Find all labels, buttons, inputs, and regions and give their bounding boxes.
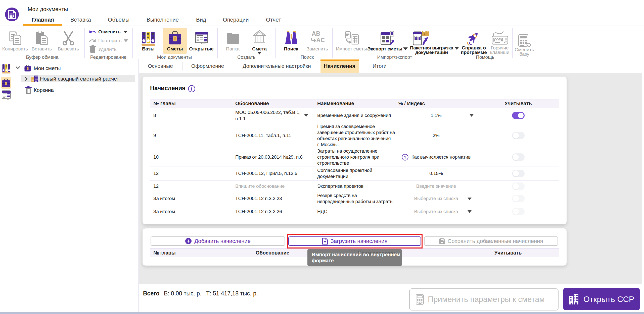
svg-text:AB: AB xyxy=(312,31,320,37)
svg-text:?: ? xyxy=(404,155,406,159)
svg-text:AC: AC xyxy=(316,37,325,43)
